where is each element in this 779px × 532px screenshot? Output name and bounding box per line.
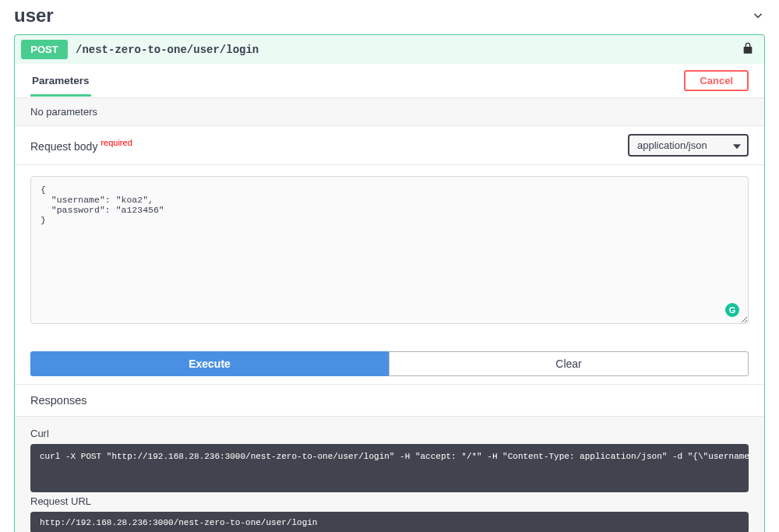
request-url-output[interactable]: http://192.168.28.236:3000/nest-zero-to-… — [30, 512, 749, 532]
operation-path: /nest-zero-to-one/user/login — [68, 44, 742, 56]
action-row: Execute Clear — [15, 337, 764, 384]
request-body-header: Request bodyrequired application/json — [15, 125, 764, 165]
tag-header[interactable]: user — [3, 0, 776, 34]
operation-block: POST /nest-zero-to-one/user/login Parame… — [14, 34, 765, 532]
content-type-select[interactable]: application/json — [628, 134, 749, 157]
chevron-down-icon[interactable] — [751, 9, 765, 23]
grammarly-icon[interactable]: G — [725, 303, 739, 317]
content-type-select-wrap: application/json — [628, 134, 749, 157]
cancel-button[interactable]: Cancel — [684, 70, 749, 91]
curl-output[interactable]: curl -X POST "http://192.168.28.236:3000… — [30, 444, 749, 492]
http-method-badge: POST — [21, 40, 68, 59]
operation-summary[interactable]: POST /nest-zero-to-one/user/login — [15, 35, 764, 64]
clear-button[interactable]: Clear — [389, 351, 749, 376]
tab-parameters[interactable]: Parameters — [30, 72, 91, 97]
request-body-input[interactable] — [30, 176, 749, 324]
request-body-label-text: Request body — [30, 140, 97, 153]
request-body-label: Request bodyrequired — [30, 138, 132, 153]
responses-section: Curl curl -X POST "http://192.168.28.236… — [15, 417, 764, 532]
no-parameters-text: No parameters — [15, 98, 764, 125]
parameters-header: Parameters Cancel — [15, 64, 764, 98]
operation-body: Parameters Cancel No parameters Request … — [15, 64, 764, 532]
required-badge: required — [97, 138, 132, 147]
tag-name: user — [14, 5, 54, 26]
curl-label: Curl — [30, 428, 749, 439]
textarea-wrap: G — [30, 176, 749, 326]
execute-button[interactable]: Execute — [30, 351, 389, 376]
request-url-label: Request URL — [30, 495, 749, 507]
responses-header: Responses — [15, 384, 764, 417]
request-body-area: G — [15, 165, 764, 337]
lock-icon[interactable] — [742, 42, 758, 57]
